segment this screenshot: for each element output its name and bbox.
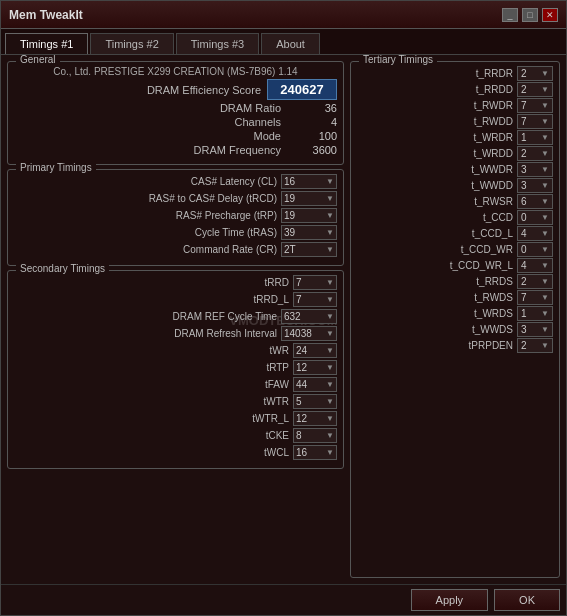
tras-row: Cycle Time (tRAS) 39 ▼ xyxy=(14,225,337,240)
tcke-label: tCKE xyxy=(14,430,289,441)
content-area: VMODTECH.COM General Co., Ltd. PRESTIGE … xyxy=(1,55,566,584)
minimize-button[interactable]: _ xyxy=(502,8,518,22)
cr-arrow-icon: ▼ xyxy=(326,245,334,254)
cl-value: 16 xyxy=(284,176,295,187)
tertiary-row-5: t_WRDD 2 ▼ xyxy=(357,146,553,161)
tertiary-dropdown-12[interactable]: 4 ▼ xyxy=(517,258,553,273)
ref-cycle-value: 632 xyxy=(284,311,301,322)
twtr-l-arrow-icon: ▼ xyxy=(326,414,334,423)
tertiary-value-12: 4 xyxy=(521,260,527,271)
tfaw-label: tFAW xyxy=(14,379,289,390)
trtp-dropdown[interactable]: 12 ▼ xyxy=(293,360,337,375)
tertiary-row-1: t_RRDD 2 ▼ xyxy=(357,82,553,97)
tab-timings3[interactable]: Timings #3 xyxy=(176,33,259,54)
channels-row: Channels 4 xyxy=(14,116,337,128)
tertiary-row-0: t_RRDR 2 ▼ xyxy=(357,66,553,81)
tfaw-dropdown[interactable]: 44 ▼ xyxy=(293,377,337,392)
tertiary-value-15: 1 xyxy=(521,308,527,319)
trrd-arrow-icon: ▼ xyxy=(326,278,334,287)
refresh-int-value: 14038 xyxy=(284,328,312,339)
tertiary-dropdown-11[interactable]: 0 ▼ xyxy=(517,242,553,257)
apply-button[interactable]: Apply xyxy=(411,589,489,611)
tertiary-arrow-icon-6: ▼ xyxy=(541,165,549,174)
cr-dropdown[interactable]: 2T ▼ xyxy=(281,242,337,257)
tertiary-arrow-icon-10: ▼ xyxy=(541,229,549,238)
trtp-arrow-icon: ▼ xyxy=(326,363,334,372)
trp-label: RAS# Precharge (tRP) xyxy=(14,210,277,221)
primary-group: Primary Timings CAS# Latency (CL) 16 ▼ R… xyxy=(7,169,344,266)
general-group: General Co., Ltd. PRESTIGE X299 CREATION… xyxy=(7,61,344,165)
tertiary-value-14: 7 xyxy=(521,292,527,303)
channels-value: 4 xyxy=(287,116,337,128)
secondary-label: Secondary Timings xyxy=(16,263,109,274)
ok-button[interactable]: OK xyxy=(494,589,560,611)
trtp-value: 12 xyxy=(296,362,307,373)
tertiary-label-5: t_WRDD xyxy=(357,148,513,159)
tertiary-label-1: t_RRDD xyxy=(357,84,513,95)
twcl-dropdown[interactable]: 16 ▼ xyxy=(293,445,337,460)
trrd-l-dropdown[interactable]: 7 ▼ xyxy=(293,292,337,307)
tfaw-arrow-icon: ▼ xyxy=(326,380,334,389)
tertiary-dropdown-0[interactable]: 2 ▼ xyxy=(517,66,553,81)
tab-about[interactable]: About xyxy=(261,33,320,54)
tertiary-row-6: t_WWDR 3 ▼ xyxy=(357,162,553,177)
main-window: Mem TweakIt _ □ ✕ Timings #1 Timings #2 … xyxy=(0,0,567,616)
twtr-l-dropdown[interactable]: 12 ▼ xyxy=(293,411,337,426)
tertiary-dropdown-7[interactable]: 3 ▼ xyxy=(517,178,553,193)
tertiary-dropdown-9[interactable]: 0 ▼ xyxy=(517,210,553,225)
cl-dropdown[interactable]: 16 ▼ xyxy=(281,174,337,189)
tertiary-value-9: 0 xyxy=(521,212,527,223)
mode-row: Mode 100 xyxy=(14,130,337,142)
mode-label: Mode xyxy=(253,130,281,142)
twtr-l-label: tWTR_L xyxy=(14,413,289,424)
tertiary-dropdown-8[interactable]: 6 ▼ xyxy=(517,194,553,209)
tertiary-dropdown-17[interactable]: 2 ▼ xyxy=(517,338,553,353)
tras-value: 39 xyxy=(284,227,295,238)
efficiency-row: DRAM Efficiency Score 240627 xyxy=(14,79,337,100)
tcke-arrow-icon: ▼ xyxy=(326,431,334,440)
trrd-dropdown[interactable]: 7 ▼ xyxy=(293,275,337,290)
close-button[interactable]: ✕ xyxy=(542,8,558,22)
tertiary-arrow-icon-14: ▼ xyxy=(541,293,549,302)
tertiary-dropdown-15[interactable]: 1 ▼ xyxy=(517,306,553,321)
tertiary-arrow-icon-1: ▼ xyxy=(541,85,549,94)
twtr-dropdown[interactable]: 5 ▼ xyxy=(293,394,337,409)
tertiary-dropdown-5[interactable]: 2 ▼ xyxy=(517,146,553,161)
tertiary-arrow-icon-13: ▼ xyxy=(541,277,549,286)
tertiary-value-7: 3 xyxy=(521,180,527,191)
trp-dropdown[interactable]: 19 ▼ xyxy=(281,208,337,223)
tertiary-label-15: t_WRDS xyxy=(357,308,513,319)
tab-timings1[interactable]: Timings #1 xyxy=(5,33,88,54)
trcd-dropdown[interactable]: 19 ▼ xyxy=(281,191,337,206)
secondary-group: Secondary Timings tRRD 7 ▼ tRRD_L 7 ▼ xyxy=(7,270,344,469)
main-area: General Co., Ltd. PRESTIGE X299 CREATION… xyxy=(7,61,560,578)
maximize-button[interactable]: □ xyxy=(522,8,538,22)
tertiary-group: Tertiary Timings t_RRDR 2 ▼ t_RRDD 2 ▼ t… xyxy=(350,61,560,578)
tertiary-dropdown-2[interactable]: 7 ▼ xyxy=(517,98,553,113)
trcd-arrow-icon: ▼ xyxy=(326,194,334,203)
refresh-int-dropdown[interactable]: 14038 ▼ xyxy=(281,326,337,341)
tfaw-row: tFAW 44 ▼ xyxy=(14,377,337,392)
tab-timings2[interactable]: Timings #2 xyxy=(90,33,173,54)
board-info: Co., Ltd. PRESTIGE X299 CREATION (MS-7B9… xyxy=(14,66,337,77)
tras-dropdown[interactable]: 39 ▼ xyxy=(281,225,337,240)
tertiary-dropdown-6[interactable]: 3 ▼ xyxy=(517,162,553,177)
tertiary-value-0: 2 xyxy=(521,68,527,79)
ref-cycle-dropdown[interactable]: 632 ▼ xyxy=(281,309,337,324)
tertiary-dropdown-1[interactable]: 2 ▼ xyxy=(517,82,553,97)
trrd-row: tRRD 7 ▼ xyxy=(14,275,337,290)
tcke-dropdown[interactable]: 8 ▼ xyxy=(293,428,337,443)
tertiary-label-3: t_RWDD xyxy=(357,116,513,127)
tertiary-label-10: t_CCD_L xyxy=(357,228,513,239)
tertiary-dropdown-4[interactable]: 1 ▼ xyxy=(517,130,553,145)
trcd-value: 19 xyxy=(284,193,295,204)
tertiary-row-16: t_WWDS 3 ▼ xyxy=(357,322,553,337)
tertiary-arrow-icon-17: ▼ xyxy=(541,341,549,350)
tertiary-dropdown-14[interactable]: 7 ▼ xyxy=(517,290,553,305)
tertiary-dropdown-13[interactable]: 2 ▼ xyxy=(517,274,553,289)
twr-dropdown[interactable]: 24 ▼ xyxy=(293,343,337,358)
tertiary-dropdown-10[interactable]: 4 ▼ xyxy=(517,226,553,241)
tertiary-dropdown-16[interactable]: 3 ▼ xyxy=(517,322,553,337)
tertiary-dropdown-3[interactable]: 7 ▼ xyxy=(517,114,553,129)
tertiary-value-13: 2 xyxy=(521,276,527,287)
